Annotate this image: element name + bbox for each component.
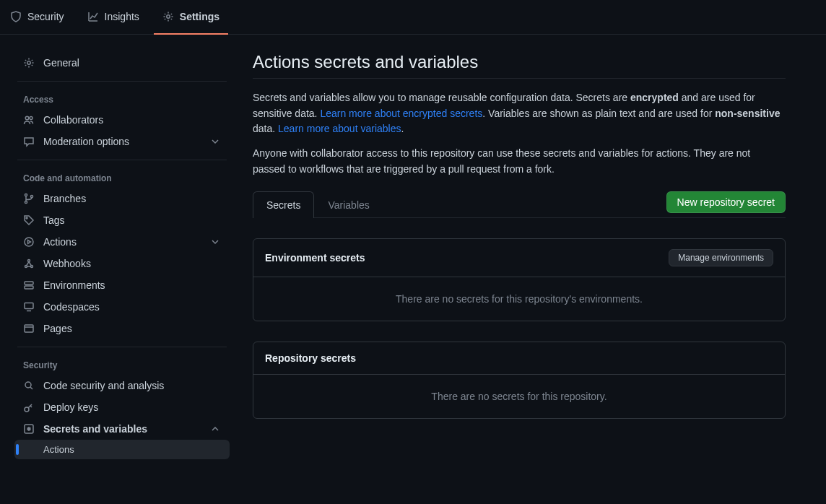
asterisk-icon bbox=[23, 423, 35, 435]
sidebar-item-label: General bbox=[43, 57, 79, 69]
svg-rect-14 bbox=[25, 303, 33, 309]
people-icon bbox=[23, 114, 35, 126]
link-encrypted-secrets[interactable]: Learn more about encrypted secrets bbox=[320, 108, 482, 119]
svg-point-0 bbox=[167, 14, 170, 17]
sidebar-item-deploy-keys[interactable]: Deploy keys bbox=[14, 396, 230, 418]
sidebar-item-collaborators[interactable]: Collaborators bbox=[14, 109, 230, 131]
sidebar-item-actions[interactable]: Actions bbox=[14, 231, 230, 253]
shield-scan-icon bbox=[23, 380, 35, 391]
sidebar-item-label: Code security and analysis bbox=[43, 380, 164, 391]
sidebar-item-label: Actions bbox=[43, 236, 77, 248]
svg-rect-12 bbox=[25, 282, 33, 284]
tab-settings[interactable]: Settings bbox=[154, 0, 228, 35]
sidebar-item-tags[interactable]: Tags bbox=[14, 209, 230, 231]
sidebar-item-code-security[interactable]: Code security and analysis bbox=[14, 375, 230, 396]
tab-insights[interactable]: Insights bbox=[79, 0, 148, 35]
sidebar-item-label: Webhooks bbox=[43, 258, 91, 269]
environment-secrets-panel: Environment secrets Manage environments … bbox=[253, 238, 786, 321]
svg-point-2 bbox=[25, 116, 29, 120]
repository-secrets-panel: Repository secrets There are no secrets … bbox=[253, 342, 786, 419]
sidebar-item-pages[interactable]: Pages bbox=[14, 318, 230, 339]
tab-label: Security bbox=[27, 11, 64, 22]
sidebar-item-label: Tags bbox=[43, 214, 65, 226]
sidebar-group-security: Security bbox=[14, 347, 230, 375]
sidebar-item-label: Environments bbox=[43, 279, 105, 291]
tab-security[interactable]: Security bbox=[1, 0, 73, 35]
settings-sidebar: General Access Collaborators Moderation … bbox=[0, 35, 235, 459]
main-content: Actions secrets and variables Secrets an… bbox=[235, 35, 806, 459]
svg-point-10 bbox=[31, 266, 33, 268]
svg-point-5 bbox=[25, 201, 27, 203]
sidebar-item-general[interactable]: General bbox=[14, 52, 230, 74]
svg-point-7 bbox=[26, 217, 27, 219]
chevron-up-icon bbox=[209, 423, 221, 435]
svg-point-4 bbox=[25, 194, 27, 196]
svg-point-1 bbox=[27, 61, 30, 64]
comment-icon bbox=[23, 136, 35, 147]
sidebar-item-label: Actions bbox=[43, 444, 74, 455]
browser-icon bbox=[23, 323, 35, 334]
page-title: Actions secrets and variables bbox=[253, 52, 786, 72]
tag-icon bbox=[23, 214, 35, 226]
webhook-icon bbox=[23, 258, 35, 269]
svg-rect-15 bbox=[25, 325, 33, 332]
sidebar-item-label: Collaborators bbox=[43, 114, 103, 126]
repository-secrets-empty: There are no secrets for this repository… bbox=[253, 375, 785, 418]
svg-point-3 bbox=[30, 117, 32, 120]
branch-icon bbox=[23, 193, 35, 204]
tab-label: Settings bbox=[180, 11, 219, 22]
chevron-down-icon bbox=[209, 136, 221, 147]
play-circle-icon bbox=[23, 236, 35, 248]
tab-secrets[interactable]: Secrets bbox=[253, 191, 314, 218]
svg-point-16 bbox=[25, 382, 31, 388]
panel-title: Repository secrets bbox=[265, 352, 356, 364]
panel-title: Environment secrets bbox=[265, 252, 365, 264]
description-2: Anyone with collaborator access to this … bbox=[253, 146, 786, 177]
chevron-down-icon bbox=[209, 236, 221, 248]
new-repository-secret-button[interactable]: New repository secret bbox=[666, 191, 786, 213]
gear-icon bbox=[162, 11, 174, 22]
sidebar-item-label: Pages bbox=[43, 323, 72, 334]
codespaces-icon bbox=[23, 301, 35, 313]
title-divider bbox=[253, 78, 786, 79]
sidebar-group-code: Code and automation bbox=[14, 160, 230, 188]
sidebar-item-label: Deploy keys bbox=[43, 401, 98, 413]
sidebar-item-label: Codespaces bbox=[43, 301, 100, 313]
svg-point-11 bbox=[28, 260, 30, 262]
svg-rect-13 bbox=[25, 286, 33, 289]
server-icon bbox=[23, 279, 35, 291]
sidebar-item-secrets-variables[interactable]: Secrets and variables bbox=[14, 418, 230, 440]
tab-label: Insights bbox=[105, 11, 139, 22]
sidebar-item-label: Moderation options bbox=[43, 136, 129, 147]
gear-icon bbox=[23, 57, 35, 69]
sidebar-item-webhooks[interactable]: Webhooks bbox=[14, 253, 230, 274]
shield-icon bbox=[10, 11, 22, 22]
sidebar-item-environments[interactable]: Environments bbox=[14, 274, 230, 296]
sidebar-item-branches[interactable]: Branches bbox=[14, 188, 230, 209]
sidebar-item-label: Branches bbox=[43, 193, 86, 204]
environment-secrets-empty: There are no secrets for this repository… bbox=[253, 277, 785, 321]
sidebar-subitem-actions[interactable]: Actions bbox=[14, 440, 230, 459]
sidebar-item-codespaces[interactable]: Codespaces bbox=[14, 296, 230, 318]
sidebar-group-access: Access bbox=[14, 82, 230, 109]
sidebar-item-label: Secrets and variables bbox=[43, 423, 147, 435]
svg-point-6 bbox=[30, 195, 32, 197]
repo-tab-nav: Security Insights Settings bbox=[0, 0, 826, 35]
description-1: Secrets and variables allow you to manag… bbox=[253, 90, 786, 137]
svg-point-8 bbox=[25, 238, 33, 246]
tab-variables[interactable]: Variables bbox=[314, 191, 383, 218]
link-variables[interactable]: Learn more about variables bbox=[278, 123, 401, 134]
secrets-tabs: Secrets Variables New repository secret bbox=[253, 191, 786, 218]
graph-icon bbox=[87, 11, 99, 22]
manage-environments-button[interactable]: Manage environments bbox=[669, 249, 773, 266]
svg-point-9 bbox=[25, 266, 27, 268]
sidebar-item-moderation[interactable]: Moderation options bbox=[14, 131, 230, 152]
key-icon bbox=[23, 401, 35, 413]
